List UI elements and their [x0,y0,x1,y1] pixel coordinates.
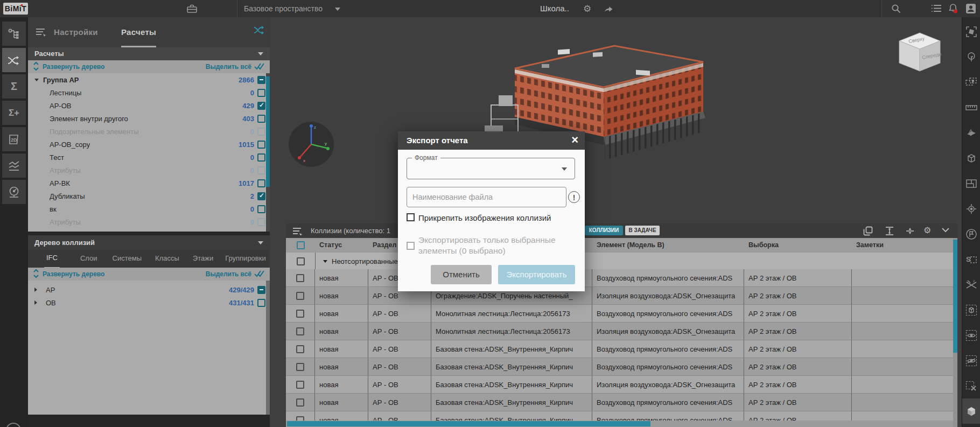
col-status[interactable]: Статус [315,238,368,253]
tab-layers[interactable]: Слои [80,250,97,268]
tree-row[interactable]: АР429/429 [28,283,270,296]
tree-row[interactable]: Группа АР2866 [28,73,270,86]
tree-row[interactable]: Тест0 [28,151,270,164]
chevron-down-icon[interactable] [942,228,949,233]
expand-tree-icon[interactable] [33,61,39,71]
section-box-icon[interactable] [962,145,980,171]
group-checkbox[interactable] [297,257,305,265]
table-row[interactable]: новаяАР - ОВБазовая стена:ADSK_Внутрення… [286,376,953,394]
panel-menu-icon[interactable] [36,27,47,37]
col-selection[interactable]: Выборка [744,238,852,253]
tree-row[interactable]: АР-ВК1017 [28,177,270,190]
collapse-rows-icon[interactable] [905,226,915,236]
floor-plan-icon[interactable] [962,171,980,196]
environment-icon[interactable] [962,44,980,69]
tree-row[interactable]: Подозрительные элементы0 [28,125,270,138]
navigation-cube[interactable]: Сверху Спереди [894,28,946,75]
row-checkbox[interactable] [296,310,304,318]
section-plane-icon[interactable] [962,120,980,145]
row-checkbox[interactable] [296,274,304,282]
graphs-icon[interactable] [2,153,26,178]
model-tree-icon[interactable] [2,22,26,46]
fit-height-icon[interactable] [885,226,894,236]
caret-down-icon[interactable] [34,79,39,81]
table-row[interactable]: новаяАР - ОВМонолитная лестница:Лестница… [286,305,953,323]
tree-checkbox[interactable] [257,299,265,307]
tree-row[interactable]: Элемент внутри другого403 [28,112,270,125]
share-icon[interactable] [604,4,613,13]
table-row[interactable]: новаяАР - ОВБазовая стена:ADSK_Внутрення… [286,340,953,358]
collisions-menu-icon[interactable] [292,227,303,235]
attach-images-checkbox[interactable] [407,213,415,221]
selection-set-icon[interactable]: S [962,247,980,272]
show-object-icon[interactable] [962,297,980,323]
cancel-button[interactable]: Отменить [431,265,492,284]
in-task-button[interactable]: В ЗАДАЧЕ [625,226,660,235]
sum-icon[interactable]: Σ [2,74,26,99]
workspace-selector[interactable]: Базовое пространство [244,0,323,17]
caret-right-icon[interactable] [34,288,37,292]
tree-row[interactable]: Атрибуты9 [28,215,270,228]
table-row[interactable]: новаяАР - ОВОграждение:ADSK_Поручень нас… [286,287,953,305]
isolate-selection-icon[interactable] [962,69,980,95]
row-checkbox[interactable] [296,345,304,353]
calc-section-header[interactable]: Расчеты [28,47,270,60]
briefcase-icon[interactable] [187,4,197,13]
solid-model-icon[interactable] [962,398,980,424]
orbit-mode-icon[interactable] [962,424,980,427]
tree-row[interactable]: Атрибуты0 [28,164,270,177]
tab-classes[interactable]: Классы [155,250,179,268]
only-selected-option[interactable]: Экспортировать только выбранные элементы… [407,235,575,256]
copy-icon[interactable] [863,226,873,236]
compare-versions-icon[interactable]: 12 [962,272,980,297]
expand-tree-link[interactable]: Развернуть дерево [28,270,104,278]
row-checkbox[interactable] [296,381,304,389]
locate-icon[interactable] [962,196,980,221]
attach-images-option[interactable]: Прикрепить изображения коллизий [407,213,580,222]
tree-checkbox[interactable] [257,141,265,149]
export-button[interactable]: Экспортировать [498,265,575,284]
only-selected-checkbox[interactable] [407,242,415,250]
filename-input[interactable] [407,187,566,207]
collisions-icon[interactable] [2,48,26,72]
notifications-icon[interactable] [948,3,958,14]
tab-groupings[interactable]: Группировки [225,250,266,268]
tab-settings[interactable]: Настройки [54,17,98,46]
collision-tree-header[interactable]: Дерево коллизий [28,235,270,250]
hide-eye-slash-icon[interactable] [962,348,980,373]
double-check-icon[interactable] [254,269,265,278]
panel-collisions-icon[interactable] [253,25,266,36]
fit-view-icon[interactable] [962,19,980,44]
all-collisions-button[interactable]: КОЛЛИЗИИ [585,226,623,235]
tab-ifc[interactable]: IFC [44,249,60,268]
expand-tree-icon[interactable] [33,269,39,278]
col-element-b[interactable]: Элемент (Модель B) [592,238,744,253]
group-row[interactable]: Неотсортированные [286,253,953,271]
select-all-link[interactable]: Выделить всё [206,60,251,73]
tree-checkbox[interactable] [257,179,265,187]
help-button[interactable]: ? [6,423,21,427]
ruler-icon[interactable] [962,95,980,120]
account-icon[interactable] [965,3,976,14]
show-all-eye-icon[interactable] [962,323,980,348]
search-icon[interactable] [891,4,901,13]
caret-down-icon[interactable] [323,260,327,263]
ifc-tree-scrollbar[interactable] [266,281,270,415]
tab-calculations[interactable]: Расчеты [121,17,156,47]
tab-systems[interactable]: Системы [113,250,142,268]
list-icon[interactable] [931,4,942,12]
tree-checkbox[interactable] [257,115,265,123]
axis-gizmo[interactable]: z y x [287,120,335,169]
table-row[interactable]: новаяАР - ОВМонолитная лестница:Лестница… [286,323,953,340]
tree-row[interactable]: Лестницы0 [28,86,270,99]
tree-row[interactable]: АР-ОВ429 [28,99,270,112]
tree-checkbox[interactable] [257,205,265,213]
tab-floors[interactable]: Этажи [193,250,213,268]
flag-icon[interactable] [962,221,980,247]
tree-row[interactable]: Дубликаты2 [28,190,270,202]
sheet-2d-icon[interactable]: 2D [2,127,26,151]
table-row[interactable]: новаяАР - ОВБазовая стена:ADSK_Внутрення… [286,358,953,376]
sum-plus-icon[interactable]: Σ+ [2,101,26,125]
calc-tree-scrollbar[interactable] [266,73,270,232]
tree-checkbox[interactable] [257,76,265,84]
